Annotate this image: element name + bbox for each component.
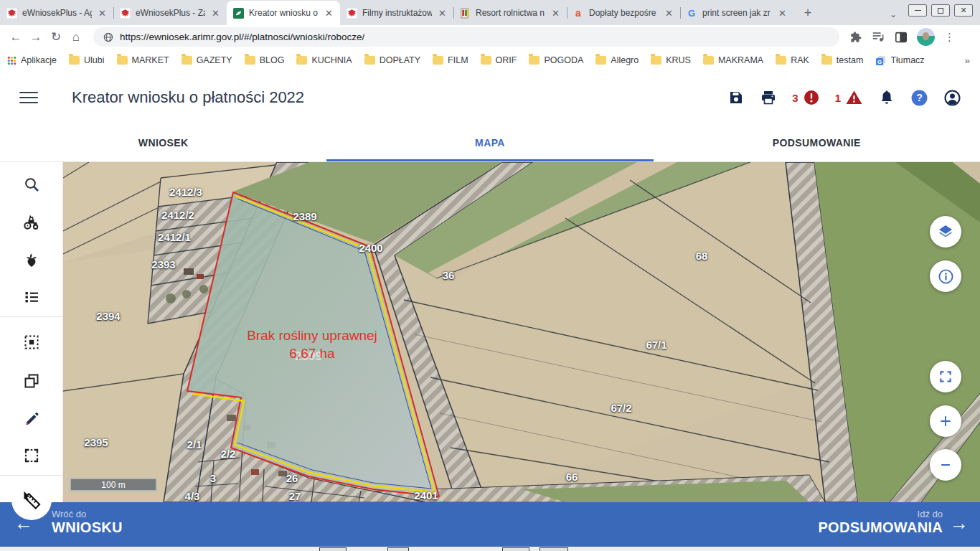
tab-close-icon[interactable]: ✕	[324, 8, 334, 19]
annotation-line2: 6,67 ha	[247, 344, 377, 362]
reload-button[interactable]: ↻	[46, 29, 66, 44]
browser-tab-7[interactable]: G print screen jak zr ✕	[680, 1, 793, 25]
browser-tab-2[interactable]: eWniosekPlus - Za ✕	[113, 1, 227, 25]
copy-objects-icon[interactable]	[23, 372, 40, 390]
folder-icon	[69, 56, 80, 65]
bookmark-folder[interactable]: GAZETY	[182, 55, 232, 65]
forward-arrow-icon[interactable]: →	[950, 512, 969, 534]
plus-icon	[938, 414, 953, 428]
bookmark-folder[interactable]: MARKET	[117, 55, 169, 65]
forward-button[interactable]: →	[26, 30, 46, 44]
browser-tab-6[interactable]: a Dopłaty bezpośre ✕	[567, 1, 680, 25]
window-restore-button[interactable]	[931, 4, 950, 17]
apps-grid-icon	[7, 56, 17, 65]
bookmark-folder[interactable]: BLOG	[245, 55, 285, 65]
bookmark-folder[interactable]: RAK	[776, 55, 809, 65]
map-viewport[interactable]: 2412/32412/22412/12393239423952389240036…	[63, 162, 980, 502]
parcel-label-2412/2: 2412/2	[161, 209, 194, 221]
bookmark-folder[interactable]: MAKRAMA	[703, 55, 763, 65]
tab-close-icon[interactable]: ✕	[664, 8, 674, 19]
save-button[interactable]	[727, 89, 745, 106]
address-bar[interactable]: https://ewniosek.arimr.gov.pl/#/platnosc…	[93, 27, 839, 47]
folder-icon	[703, 56, 714, 65]
bookmark-folder[interactable]: testam	[821, 55, 864, 65]
profile-avatar[interactable]	[917, 28, 935, 46]
browser-toolbar: ← → ↻ ⌂ https://ewniosek.arimr.gov.pl/#/…	[0, 25, 980, 49]
folder-icon	[117, 56, 128, 65]
layers-icon	[937, 223, 954, 240]
playlist-extension-icon[interactable]	[872, 31, 885, 43]
warnings-badge[interactable]: 1	[835, 89, 863, 106]
bookmark-folder[interactable]: Allegro	[595, 55, 639, 65]
back-label-small: Wróć do	[52, 509, 123, 519]
help-button[interactable]: ?	[910, 89, 928, 107]
bookmark-folder[interactable]: KRUS	[651, 55, 691, 65]
account-icon[interactable]	[943, 89, 961, 107]
menu-hamburger-icon[interactable]	[19, 88, 38, 107]
layers-button[interactable]	[930, 216, 961, 248]
bookmark-folder[interactable]: Ulubi	[69, 55, 105, 65]
browser-menu-icon[interactable]: ⋮	[944, 31, 955, 44]
errors-badge[interactable]: 3	[792, 89, 819, 106]
bookmark-translate[interactable]: G Tłumacz	[875, 55, 924, 66]
extensions-puzzle-icon[interactable]	[849, 31, 862, 44]
bookmark-folder[interactable]: DOPŁATY	[364, 55, 420, 65]
tab-close-icon[interactable]: ✕	[550, 8, 561, 19]
tab-search-chevron-icon[interactable]: ⌄	[890, 9, 897, 19]
apps-shortcut[interactable]: Aplikacje	[7, 55, 57, 65]
tab-title: Resort rolnictwa n	[476, 8, 545, 18]
section-tabs: WNIOSEK MAPA PODSUMOWANIE	[0, 123, 980, 162]
bookmark-folder[interactable]: KUCHNIA	[296, 55, 352, 65]
measure-tool-button[interactable]	[11, 480, 52, 520]
parcel-label-2/1: 2/1	[187, 438, 202, 451]
draw-pencil-icon[interactable]	[23, 410, 40, 428]
info-button[interactable]	[930, 260, 961, 292]
list-icon[interactable]	[23, 288, 40, 306]
select-all-icon[interactable]	[23, 334, 40, 351]
bookmarks-overflow-chevron[interactable]: »	[965, 55, 970, 66]
browser-tab-active[interactable]: Kreator wniosku o ✕	[227, 1, 340, 25]
tab-close-icon[interactable]: ✕	[777, 8, 788, 19]
new-tab-button[interactable]: +	[798, 3, 818, 23]
svg-text:G: G	[877, 58, 882, 65]
taskbar-peek	[502, 547, 529, 551]
tab-podsumowanie[interactable]: PODSUMOWANIE	[654, 123, 980, 161]
tab-mapa[interactable]: MAPA	[326, 123, 653, 161]
browser-tab-4[interactable]: Filmy instruktażow ✕	[340, 1, 453, 25]
bookmark-folder[interactable]: ORIF	[481, 55, 517, 65]
taskbar-peek	[387, 547, 409, 551]
zoom-in-button[interactable]	[930, 405, 961, 437]
tab-close-icon[interactable]: ✕	[97, 8, 108, 19]
tab-close-icon[interactable]: ✕	[437, 8, 448, 19]
url-text: https://ewniosek.arimr.gov.pl/#/platnosc…	[120, 32, 364, 42]
forward-label-small: Idź do	[818, 509, 943, 519]
fullscreen-button[interactable]	[930, 361, 961, 392]
side-panel-icon[interactable]	[895, 32, 908, 43]
crop-beet-icon[interactable]	[23, 252, 40, 269]
print-button[interactable]	[760, 89, 777, 106]
window-close-button[interactable]: ✕	[954, 4, 973, 17]
aerial-map-canvas[interactable]	[63, 162, 980, 502]
browser-tab-5[interactable]: Resort rolnictwa n ✕	[453, 1, 567, 25]
tab-close-icon[interactable]: ✕	[210, 8, 221, 19]
parcel-warning-annotation: Brak rośliny uprawnej 6,67 ha	[247, 326, 377, 362]
zoom-out-button[interactable]	[930, 449, 961, 481]
bookmark-folder[interactable]: FILM	[433, 55, 468, 65]
search-icon[interactable]	[23, 176, 40, 193]
home-button[interactable]: ⌂	[66, 30, 86, 44]
go-to-podsumowanie[interactable]: Idź do PODSUMOWANIA	[818, 509, 943, 536]
marquee-select-icon[interactable]	[23, 447, 40, 464]
browser-tab-1[interactable]: eWniosekPlus - Ag ✕	[0, 1, 113, 25]
tractor-icon[interactable]	[23, 214, 40, 231]
back-button[interactable]: ←	[6, 30, 26, 44]
taskbar-peek	[540, 547, 568, 551]
window-minimize-button[interactable]	[908, 4, 927, 17]
go-back-to-wniosek[interactable]: Wróć do WNIOSKU	[52, 509, 123, 536]
site-info-globe-icon[interactable]	[103, 32, 113, 42]
bookmark-folder[interactable]: POGODA	[529, 55, 583, 65]
folder-icon	[776, 56, 786, 65]
tab-wniosek[interactable]: WNIOSEK	[0, 123, 326, 161]
parcel-label-2/2: 2/2	[221, 448, 236, 460]
notifications-bell-icon[interactable]	[878, 89, 895, 106]
parcel-label-2394: 2394	[96, 310, 120, 322]
